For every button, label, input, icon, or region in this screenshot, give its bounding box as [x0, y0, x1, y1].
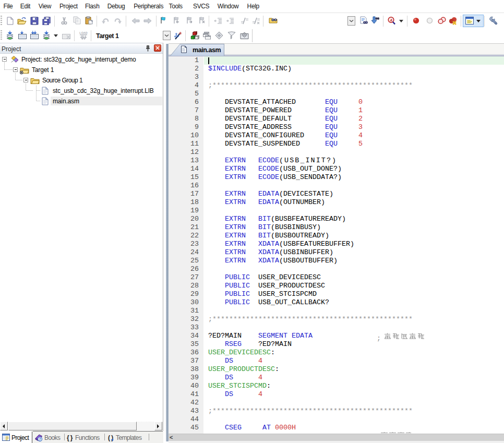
svg-text:?: ?: [39, 437, 41, 442]
svg-text:a: a: [390, 17, 392, 22]
svg-text:LOAD: LOAD: [79, 31, 87, 34]
